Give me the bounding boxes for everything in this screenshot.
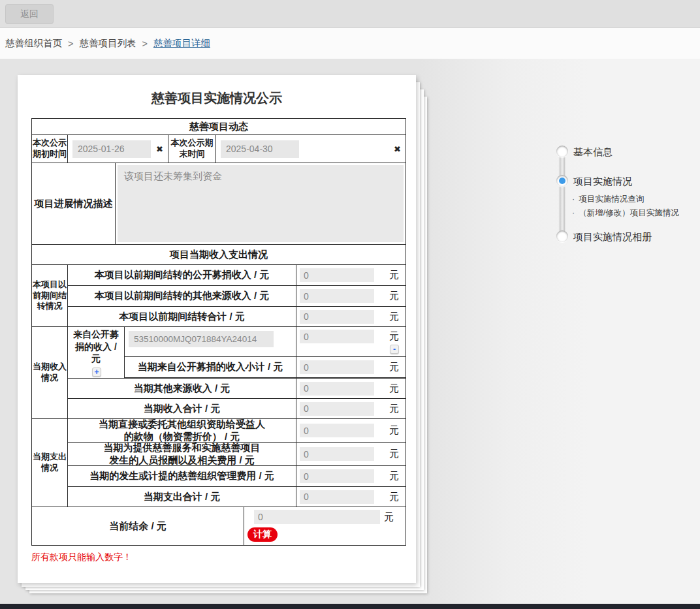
fundraising-account-cell bbox=[125, 327, 296, 356]
carryover-public-input[interactable] bbox=[300, 268, 374, 282]
step-album[interactable]: 项目实施情况相册 bbox=[573, 231, 652, 243]
expense-aid-input[interactable] bbox=[300, 424, 374, 437]
period-start-input[interactable] bbox=[72, 140, 151, 158]
carryover-other-label: 本项目以前期间结转的其他来源收入 / 元 bbox=[68, 286, 296, 306]
yuan-suffix: 元 bbox=[389, 470, 399, 482]
progress-description-row: 项目进展情况描述 该项目还未筹集到资金 bbox=[32, 163, 406, 245]
fundraising-subtotal-input[interactable] bbox=[300, 360, 374, 374]
period-end-cell: ✖ bbox=[216, 135, 406, 163]
carryover-public-label: 本项目以前期间结转的公开募捐收入 / 元 bbox=[68, 265, 296, 285]
expense-admin-row: 当期的发生或计提的慈善组织管理费用 / 元 元 bbox=[68, 466, 406, 487]
carryover-total-row: 本项目以前期间结转合计 / 元 元 bbox=[68, 307, 406, 326]
period-end-label: 本次公示期末时间 bbox=[168, 135, 216, 163]
fundraising-account-input[interactable] bbox=[129, 331, 274, 347]
yuan-suffix: 元 bbox=[389, 424, 399, 437]
fundraising-amount-input[interactable] bbox=[300, 330, 374, 343]
remove-fundraising-row-button[interactable]: - bbox=[390, 345, 399, 354]
validation-note: 所有款项只能输入数字！ bbox=[31, 552, 132, 563]
other-income-row: 当期其他来源收入 / 元 元 bbox=[68, 379, 406, 399]
income-total-input[interactable] bbox=[300, 402, 374, 416]
expense-total-cell: 元 bbox=[296, 487, 406, 507]
calculate-button[interactable]: 计算 bbox=[247, 527, 278, 542]
expense-staff-input[interactable] bbox=[300, 447, 374, 461]
breadcrumb-separator: > bbox=[142, 39, 147, 49]
other-income-label: 当期其他来源收入 / 元 bbox=[68, 379, 296, 398]
balance-input[interactable] bbox=[254, 510, 380, 524]
expense-admin-input[interactable] bbox=[300, 469, 374, 483]
expense-total-input[interactable] bbox=[300, 490, 374, 504]
expense-admin-label: 当期的发生或计提的慈善组织管理费用 / 元 bbox=[68, 466, 296, 486]
yuan-suffix: 元 bbox=[389, 383, 399, 395]
yuan-suffix: 元 bbox=[389, 330, 399, 343]
active-step-dot bbox=[559, 178, 565, 184]
period-end-clear-icon[interactable]: ✖ bbox=[394, 144, 401, 154]
progress-description-textarea[interactable]: 该项目还未筹集到资金 bbox=[118, 165, 404, 242]
balance-label: 当前结余 / 元 bbox=[32, 507, 244, 545]
period-start-cell: ✖ bbox=[68, 135, 168, 163]
fundraising-subtotal-row: 当期来自公开募捐的收入小计 / 元 元 bbox=[125, 357, 406, 378]
step-nav: 基本信息 项目实施情况 ·项目实施情况查询 ·（新增/修改）项目实施情况 项目实… bbox=[556, 145, 700, 256]
carryover-other-cell: 元 bbox=[296, 286, 406, 306]
step-basic-info[interactable]: 基本信息 bbox=[573, 146, 612, 159]
stepper-track bbox=[560, 151, 565, 236]
expense-admin-cell: 元 bbox=[296, 466, 406, 486]
carryover-total-input[interactable] bbox=[300, 310, 374, 324]
expense-staff-label: 当期为提供慈善服务和实施慈善项目 发生的人员报酬以及相关费用 / 元 bbox=[68, 443, 296, 465]
carryover-group-label: 本项目以前期间结转情况 bbox=[32, 265, 68, 326]
fundraising-label: 来自公开募捐的收入 / 元 bbox=[70, 328, 122, 364]
yuan-suffix: 元 bbox=[384, 511, 394, 523]
fundraising-account-row: 元 - bbox=[125, 327, 406, 357]
topbar: 返回 bbox=[0, 0, 700, 28]
balance-row: 当前结余 / 元 元 计算 bbox=[32, 507, 406, 545]
step-sub-implementation-edit[interactable]: ·（新增/修改）项目实施情况 bbox=[572, 208, 679, 219]
period-start-clear-icon[interactable]: ✖ bbox=[156, 144, 163, 154]
carryover-other-input[interactable] bbox=[300, 289, 374, 303]
breadcrumb-separator: > bbox=[68, 39, 73, 49]
other-income-input[interactable] bbox=[300, 382, 374, 396]
step-circle-basic-info[interactable] bbox=[556, 146, 568, 157]
progress-description-cell: 该项目还未筹集到资金 bbox=[116, 163, 406, 244]
carryover-total-label: 本项目以前期间结转合计 / 元 bbox=[68, 307, 296, 326]
breadcrumb-project-detail[interactable]: 慈善项目详细 bbox=[153, 37, 210, 50]
breadcrumb-project-list[interactable]: 慈善项目列表 bbox=[79, 37, 136, 50]
step-circle-implementation[interactable] bbox=[556, 175, 568, 187]
breadcrumb-charity-home[interactable]: 慈善组织首页 bbox=[5, 37, 62, 50]
carryover-total-cell: 元 bbox=[296, 307, 406, 326]
income-total-cell: 元 bbox=[296, 399, 406, 418]
fundraising-subtotal-cell: 元 bbox=[296, 357, 406, 377]
step-implementation[interactable]: 项目实施情况 bbox=[573, 176, 632, 188]
expense-staff-row: 当期为提供慈善服务和实施慈善项目 发生的人员报酬以及相关费用 / 元 元 bbox=[68, 443, 406, 466]
yuan-suffix: 元 bbox=[389, 361, 399, 373]
bullet-icon: · bbox=[572, 195, 575, 204]
footer-strip bbox=[0, 604, 700, 609]
page-title: 慈善项目实施情况公示 bbox=[18, 89, 416, 107]
expense-total-label: 当期支出合计 / 元 bbox=[68, 487, 296, 507]
income-group: 当期收入情况 来自公开募捐的收入 / 元+ bbox=[32, 327, 406, 419]
fundraising-subgroup: 来自公开募捐的收入 / 元+ bbox=[68, 327, 406, 379]
carryover-public-row: 本项目以前期间结转的公开募捐收入 / 元 元 bbox=[68, 265, 406, 286]
step-circle-album[interactable] bbox=[556, 230, 568, 242]
form-card: 慈善项目实施情况公示 慈善项目动态 本次公示期初时间 ✖ 本次公示期末时间 ✖ bbox=[18, 75, 416, 583]
expense-aid-row: 当期直接或委托其他组织资助给受益人 的款物（物资需折价） / 元 元 bbox=[68, 419, 406, 443]
fundraising-subtotal-label: 当期来自公开募捐的收入小计 / 元 bbox=[125, 357, 296, 377]
carryover-public-cell: 元 bbox=[296, 265, 406, 285]
bullet-icon: · bbox=[572, 208, 575, 217]
yuan-suffix: 元 bbox=[389, 491, 399, 503]
period-start-label: 本次公示期初时间 bbox=[32, 135, 68, 163]
breadcrumb: 慈善组织首页 > 慈善项目列表 > 慈善项目详细 bbox=[0, 28, 700, 59]
carryover-group: 本项目以前期间结转情况 本项目以前期间结转的公开募捐收入 / 元 元 本项目以前… bbox=[32, 265, 406, 327]
yuan-suffix: 元 bbox=[389, 311, 399, 323]
expense-total-row: 当期支出合计 / 元 元 bbox=[68, 487, 406, 507]
period-end-input[interactable] bbox=[221, 140, 299, 158]
carryover-other-row: 本项目以前期间结转的其他来源收入 / 元 元 bbox=[68, 286, 406, 307]
add-fundraising-row-button[interactable]: + bbox=[92, 367, 101, 377]
progress-description-label: 项目进展情况描述 bbox=[32, 163, 116, 244]
expense-group-label: 当期支出情况 bbox=[32, 419, 68, 507]
step-sub-implementation-query[interactable]: ·项目实施情况查询 bbox=[572, 194, 644, 205]
income-group-label: 当期收入情况 bbox=[32, 327, 68, 418]
yuan-suffix: 元 bbox=[389, 403, 399, 415]
expense-group: 当期支出情况 当期直接或委托其他组织资助给受益人 的款物（物资需折价） / 元 … bbox=[32, 419, 406, 507]
back-button[interactable]: 返回 bbox=[5, 4, 54, 24]
fundraising-amount-cell: 元 - bbox=[296, 327, 406, 356]
yuan-suffix: 元 bbox=[389, 448, 399, 460]
